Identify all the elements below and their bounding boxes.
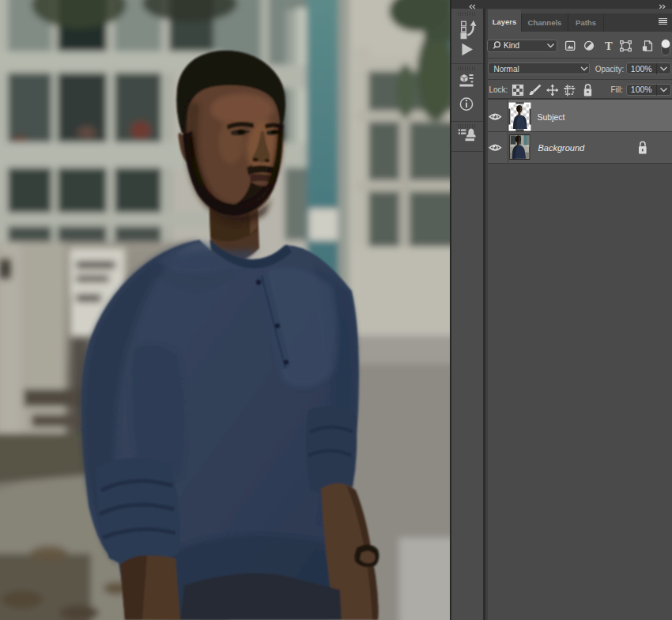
svg-text:T: T — [605, 40, 613, 52]
